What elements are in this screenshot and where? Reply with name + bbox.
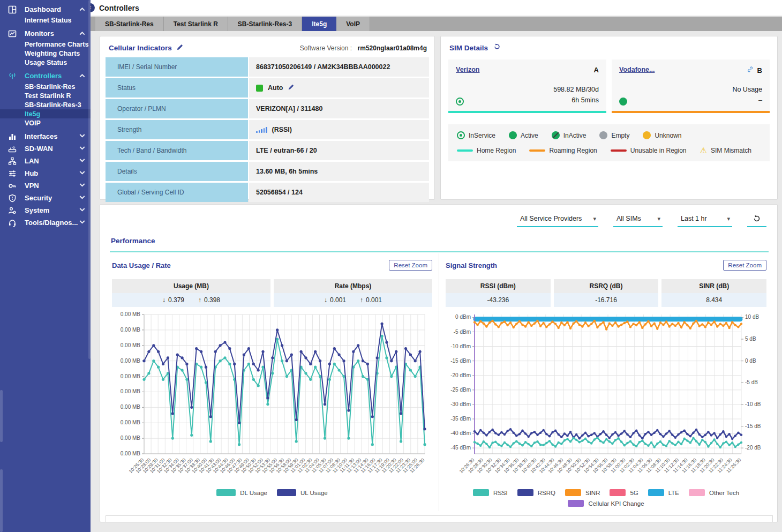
next-panel-edge <box>106 515 773 522</box>
edit-pencil-icon[interactable] <box>176 43 184 53</box>
sim-duration-value: – <box>732 95 762 106</box>
sim-carrier-link[interactable]: Verizon <box>456 66 479 73</box>
time-range-value: Last 1 hr <box>681 215 707 222</box>
time-range-select[interactable]: Last 1 hr ▾ <box>678 213 732 227</box>
sim-carrier-link[interactable]: Vodafone... <box>619 66 655 73</box>
sidebar-item-lan[interactable]: LAN <box>0 155 91 167</box>
chevron-down-icon: ▾ <box>657 215 660 222</box>
legend-label: Empty <box>611 132 629 139</box>
up-arrow-icon: ↑ <box>360 296 363 304</box>
tab-sb-starlink-res[interactable]: SB-Starlink-Res <box>95 17 164 31</box>
table-row: Strength (RSSI) <box>106 120 429 139</box>
sidebar-item-vpn[interactable]: VPN <box>0 179 91 192</box>
svg-text:0.00 MB: 0.00 MB <box>121 373 141 379</box>
sinr-swatch <box>565 489 581 496</box>
sidebar-item-weighting-charts[interactable]: Weighting Charts <box>0 49 91 58</box>
data-usage-section: Data Usage / Rate Reset Zoom Usage (MB) … <box>106 253 439 511</box>
sidebar-item-interfaces[interactable]: Interfaces <box>0 130 91 143</box>
cellular-indicators-panel: Cellular Indicators Software Version : r… <box>100 36 435 200</box>
tab-sb-starlink-res-3[interactable]: SB-Starlink-Res-3 <box>228 17 302 31</box>
tab-lte5g[interactable]: lte5g <box>302 17 336 31</box>
sidebar-scrollbar[interactable] <box>88 0 91 359</box>
router-icon <box>7 145 18 153</box>
tab-voip[interactable]: VoIP <box>336 17 370 31</box>
signal-strength-title: Signal Strength <box>446 261 497 269</box>
sidebar-item-system[interactable]: System <box>0 204 91 216</box>
controller-tabs: SB-Starlink-Res Test Starlink R SB-Starl… <box>91 17 782 31</box>
sidebar-item-sb-starlink-res[interactable]: SB-Starlink-Res <box>0 82 91 91</box>
sidebar-item-label: Interfaces <box>25 132 80 140</box>
active-status-icon <box>619 98 627 106</box>
sidebar-item-performance-charts[interactable]: Performance Charts <box>0 40 91 49</box>
unusable-region-line <box>611 149 627 152</box>
sidebar-item-tools-diagnostics[interactable]: Tools/Diagnos... <box>0 216 91 229</box>
data-usage-chart[interactable]: 10:26:3010:28:0010:29:3010:31:0010:32:30… <box>112 309 432 487</box>
sidebar-item-internet-status[interactable]: Internet Status <box>0 16 91 25</box>
svg-text:-45 dBm: -45 dBm <box>450 445 471 451</box>
sidebar-item-voip[interactable]: VOIP <box>0 118 91 128</box>
app-window: Dashboard Internet Status Monitors Perfo… <box>0 0 782 532</box>
refresh-icon[interactable] <box>493 43 501 53</box>
main-area: ‹ Controllers SB-Starlink-Res Test Starl… <box>91 0 782 532</box>
rsrq-value: -16.716 <box>595 296 617 304</box>
sidebar-item-hub[interactable]: Hub <box>0 167 91 179</box>
tab-test-starlink-r[interactable]: Test Starlink R <box>164 17 228 31</box>
down-arrow-icon: ↓ <box>324 296 327 304</box>
reset-zoom-button[interactable]: Reset Zoom <box>723 260 766 271</box>
sidebar-item-monitors[interactable]: Monitors <box>0 27 91 40</box>
sidebar-item-label: Hub <box>25 169 80 177</box>
refresh-charts-button[interactable] <box>747 214 766 227</box>
legend-label: Active <box>521 132 538 139</box>
sidebar-item-lte5g[interactable]: lte5g <box>0 109 91 118</box>
svg-text:0.00 MB: 0.00 MB <box>121 358 141 364</box>
signal-legend-row2: Cellular KPI Change <box>446 500 766 507</box>
sidebar-item-security[interactable]: Security <box>0 192 91 204</box>
roaming-region-line <box>529 149 545 152</box>
sidebar-item-usage-status[interactable]: Usage Status <box>0 58 91 67</box>
user-gear-icon <box>7 206 18 215</box>
sim-card-b: Vodafone... B <box>612 59 770 113</box>
other-tech-swatch <box>689 489 705 496</box>
edit-pencil-icon[interactable] <box>288 84 295 92</box>
stat-header: RSRQ (dB) <box>554 279 659 293</box>
row-label: Details <box>106 162 248 181</box>
svg-text:-15 dBm: -15 dBm <box>450 358 471 364</box>
legend-label: LTE <box>668 490 679 496</box>
svg-text:-5 dBm: -5 dBm <box>454 329 471 335</box>
chevron-down-icon <box>80 219 85 224</box>
chevron-down-icon <box>80 182 85 187</box>
legend-label: SIM Mismatch <box>711 147 751 154</box>
legend-label: Unusable in Region <box>630 147 687 154</box>
sidebar-item-controllers[interactable]: Controllers <box>0 70 91 82</box>
signal-strength-chart[interactable]: 10:26:3010:28:3010:30:3010:32:3010:34:30… <box>446 309 767 487</box>
home-region-line <box>457 149 473 152</box>
usage-down-value: 0.379 <box>168 296 184 304</box>
sidebar-item-test-starlink-r[interactable]: Test Starlink R <box>0 91 91 100</box>
svg-text:0.00 MB: 0.00 MB <box>121 388 141 394</box>
sidebar-item-sb-starlink-res-3[interactable]: SB-Starlink-Res-3 <box>0 100 91 109</box>
svg-text:0 dBm: 0 dBm <box>455 314 471 320</box>
sidebar-item-sdwan[interactable]: SD-WAN <box>0 143 91 155</box>
legend-label: Cellular KPI Change <box>588 500 644 507</box>
warning-triangle-icon: ⚠ <box>700 146 707 154</box>
svg-text:-5 dB: -5 dB <box>745 379 758 385</box>
left-scroll-indicator <box>0 390 3 442</box>
data-usage-legend: DL Usage UL Usage <box>112 489 432 496</box>
sidebar-item-dashboard[interactable]: Dashboard <box>0 3 91 16</box>
status-green-indicator <box>256 85 263 92</box>
signal-legend: RSSI RSRQ SINR 5G LTE Other Tech <box>446 489 766 496</box>
legend-label: DL Usage <box>240 490 267 496</box>
legend-label: Home Region <box>477 147 516 154</box>
software-version-value: rm520nglaar01a08m4g <box>358 44 427 52</box>
reset-zoom-button[interactable]: Reset Zoom <box>389 260 432 271</box>
key-icon <box>7 182 18 190</box>
service-provider-select[interactable]: All Service Providers ▾ <box>517 213 598 227</box>
table-row: IMEI / Serial Number 868371050206149 / A… <box>106 57 429 77</box>
usage-stat: Usage (MB) ↓0.379 ↑0.398 <box>112 279 270 307</box>
sims-select[interactable]: All SIMs ▾ <box>613 213 663 227</box>
down-arrow-icon: ↓ <box>162 296 166 304</box>
usage-up-value: 0.398 <box>204 296 220 304</box>
cellular-indicators-title: Cellular Indicators <box>109 44 172 52</box>
content-area: Cellular Indicators Software Version : r… <box>91 31 782 532</box>
chevron-up-icon <box>80 8 85 13</box>
